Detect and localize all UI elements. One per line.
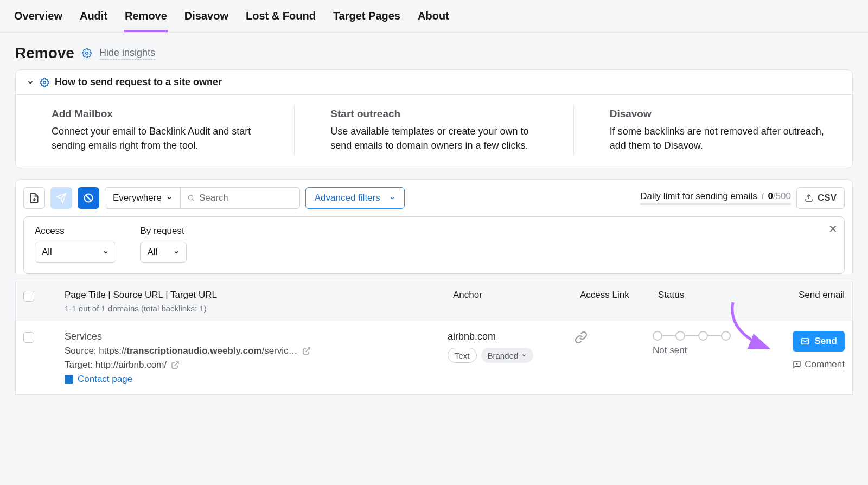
scope-search-group: Everywhere bbox=[105, 187, 300, 209]
filter-byrequest-label: By request bbox=[140, 226, 187, 237]
filter-access-value: All bbox=[42, 247, 52, 258]
tab-disavow[interactable]: Disavow bbox=[183, 0, 229, 32]
page-icon bbox=[65, 375, 73, 384]
mail-icon bbox=[800, 336, 810, 346]
page-title: Remove bbox=[15, 44, 74, 62]
filter-panel: ✕ Access All By request All bbox=[23, 216, 845, 274]
row-anchor-cell: airbnb.com Text Branded bbox=[448, 331, 567, 363]
anchor-branded-pill[interactable]: Branded bbox=[481, 348, 534, 363]
scope-dropdown[interactable]: Everywhere bbox=[105, 187, 181, 209]
svg-line-3 bbox=[86, 195, 92, 201]
chevron-down-icon bbox=[389, 195, 395, 201]
filter-byrequest-dropdown[interactable]: All bbox=[140, 242, 187, 263]
search-field[interactable] bbox=[181, 187, 300, 209]
chevron-down-icon bbox=[103, 249, 109, 256]
anchor-type-pill: Text bbox=[448, 348, 477, 363]
comment-link[interactable]: Comment bbox=[793, 359, 845, 371]
row-target-line: Target: http://airbnb.com/ bbox=[65, 360, 440, 371]
filter-access-dropdown[interactable]: All bbox=[35, 242, 116, 263]
insight-body: Use available templates or create your o… bbox=[330, 124, 548, 152]
send-label: Send bbox=[814, 336, 837, 347]
svg-point-0 bbox=[86, 52, 88, 55]
scope-label: Everywhere bbox=[113, 193, 162, 203]
hide-insights-link[interactable]: Hide insights bbox=[99, 47, 155, 60]
svg-line-5 bbox=[193, 200, 194, 201]
advanced-filters-button[interactable]: Advanced filters bbox=[305, 187, 405, 209]
contact-page-link[interactable]: Contact page bbox=[65, 374, 440, 385]
col-anchor: Anchor bbox=[453, 290, 572, 301]
status-label: Not sent bbox=[653, 345, 761, 356]
external-link-icon[interactable] bbox=[302, 347, 311, 355]
filter-access: Access All bbox=[35, 226, 116, 263]
tab-target-pages[interactable]: Target Pages bbox=[332, 0, 401, 32]
filter-byrequest-value: All bbox=[147, 247, 157, 258]
col-title-sub: 1-1 out of 1 domains (total backlinks: 1… bbox=[65, 304, 445, 313]
status-step-icon bbox=[721, 331, 731, 341]
select-all-checkbox[interactable] bbox=[23, 291, 34, 302]
toolbar-card: Everywhere Advanced filters Daily limit … bbox=[15, 179, 853, 274]
chevron-down-icon bbox=[173, 249, 180, 256]
export-csv-button[interactable]: CSV bbox=[796, 187, 845, 209]
status-step-icon bbox=[653, 331, 662, 341]
tab-audit[interactable]: Audit bbox=[79, 0, 108, 32]
accordion-header[interactable]: How to send request to a site owner bbox=[16, 70, 852, 95]
daily-limit-label: Daily limit for sending emails bbox=[640, 191, 757, 202]
chevron-down-icon bbox=[166, 195, 173, 201]
svg-line-8 bbox=[175, 362, 178, 366]
insights-card: How to send request to a site owner Add … bbox=[15, 69, 853, 168]
insight-title: Start outreach bbox=[330, 108, 548, 120]
insight-title: Add Mailbox bbox=[52, 108, 269, 120]
row-access-cell bbox=[575, 331, 645, 344]
send-button[interactable]: Send bbox=[793, 331, 845, 352]
block-icon-button[interactable] bbox=[78, 187, 99, 209]
comment-label: Comment bbox=[805, 359, 845, 370]
row-title-cell: Services Source: https://transcriptionau… bbox=[65, 331, 440, 385]
col-access: Access Link bbox=[580, 290, 650, 301]
status-steps bbox=[653, 331, 761, 341]
row-checkbox[interactable] bbox=[23, 332, 34, 343]
insight-title: Disavow bbox=[610, 108, 827, 120]
tab-bar: Overview Audit Remove Disavow Lost & Fou… bbox=[0, 0, 868, 33]
send-all-icon-button[interactable] bbox=[50, 187, 72, 209]
svg-point-1 bbox=[43, 81, 46, 84]
row-send-cell: Send Comment bbox=[769, 331, 845, 371]
row-source-line: Source: https://transcriptionaudio.weebl… bbox=[65, 346, 440, 356]
status-step-icon bbox=[698, 331, 708, 341]
advanced-filters-label: Advanced filters bbox=[315, 193, 380, 203]
comment-icon bbox=[793, 360, 801, 369]
filter-byrequest: By request All bbox=[140, 226, 187, 263]
status-step-icon bbox=[675, 331, 685, 341]
col-title-main: Page Title | Source URL | Target URL bbox=[65, 290, 445, 301]
info-icon[interactable]: i bbox=[762, 191, 764, 202]
csv-label: CSV bbox=[818, 193, 837, 203]
insight-add-mailbox: Add Mailbox Connect your email to Backli… bbox=[16, 106, 295, 155]
contact-label: Contact page bbox=[78, 374, 132, 385]
insight-body: If some backlinks are not removed after … bbox=[610, 124, 827, 152]
row-status-cell: Not sent bbox=[653, 331, 761, 356]
accordion-title: How to send request to a site owner bbox=[55, 76, 222, 88]
chevron-down-icon bbox=[27, 79, 34, 86]
export-icon-button[interactable] bbox=[23, 187, 45, 209]
col-status: Status bbox=[658, 290, 767, 301]
tab-lost-found[interactable]: Lost & Found bbox=[245, 0, 317, 32]
daily-limit-counts: 0/500 bbox=[768, 191, 791, 202]
link-icon[interactable] bbox=[575, 331, 588, 344]
upload-icon bbox=[805, 194, 813, 202]
tab-overview[interactable]: Overview bbox=[13, 0, 63, 32]
insights-grid: Add Mailbox Connect your email to Backli… bbox=[16, 95, 852, 168]
table-row: Services Source: https://transcriptionau… bbox=[15, 321, 853, 395]
svg-line-7 bbox=[305, 348, 309, 352]
insight-start-outreach: Start outreach Use available templates o… bbox=[295, 106, 573, 155]
close-icon[interactable]: ✕ bbox=[828, 222, 838, 235]
table-header: Page Title | Source URL | Target URL 1-1… bbox=[15, 282, 853, 321]
tab-remove[interactable]: Remove bbox=[124, 0, 168, 32]
search-input[interactable] bbox=[199, 193, 293, 203]
insight-body: Connect your email to Backlink Audit and… bbox=[52, 124, 269, 152]
insight-disavow: Disavow If some backlinks are not remove… bbox=[574, 106, 852, 155]
daily-limit: Daily limit for sending emails i 0/500 bbox=[640, 191, 791, 205]
row-page-title: Services bbox=[65, 331, 440, 342]
col-title: Page Title | Source URL | Target URL 1-1… bbox=[65, 290, 445, 313]
gear-icon bbox=[40, 78, 49, 87]
tab-about[interactable]: About bbox=[417, 0, 450, 32]
external-link-icon[interactable] bbox=[171, 361, 180, 369]
